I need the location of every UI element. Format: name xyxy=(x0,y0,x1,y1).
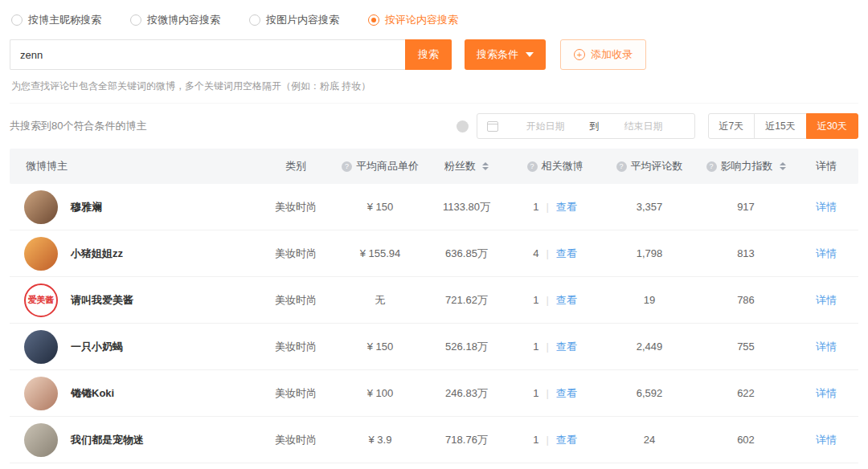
sort-icon[interactable] xyxy=(780,162,786,170)
related-count: 1 xyxy=(533,387,538,399)
quick-range-button[interactable]: 近30天 xyxy=(806,113,858,139)
radio-label: 按微博内容搜索 xyxy=(147,13,220,27)
view-link[interactable]: 查看 xyxy=(556,434,577,446)
fans-cell: 636.85万 xyxy=(424,247,509,261)
blogger-name: 一只小奶蝎 xyxy=(71,340,123,354)
column-header: ?影响力指数 xyxy=(698,159,794,173)
price-cell: ¥ 3.9 xyxy=(336,434,424,446)
quick-range-button[interactable]: 近15天 xyxy=(754,113,806,139)
start-date-placeholder[interactable]: 开始日期 xyxy=(505,120,587,133)
column-label: 类别 xyxy=(285,159,306,173)
info-icon: ? xyxy=(527,161,538,172)
detail-cell: 详情 xyxy=(794,340,858,354)
column-label: 粉丝数 xyxy=(444,159,476,173)
detail-cell: 详情 xyxy=(794,200,858,214)
info-icon: ? xyxy=(616,161,627,172)
table-row: 弟七七_美妆时尚¥ 950218.33万1|查看1,751579详情 xyxy=(10,463,858,469)
related-cell: 1|查看 xyxy=(509,293,601,308)
related-cell: 1|查看 xyxy=(509,200,601,214)
comments-cell: 19 xyxy=(601,294,698,306)
column-header: ?平均商品单价 xyxy=(336,159,424,173)
table-row: 穆雅斓美妆时尚¥ 1501133.80万1|查看3,357917详情 xyxy=(10,184,858,230)
sort-down-icon xyxy=(482,167,489,170)
column-header: 粉丝数 xyxy=(424,159,509,173)
radio-icon xyxy=(11,14,23,26)
search-mode-radio[interactable]: 按图片内容搜索 xyxy=(249,13,339,27)
search-mode-radio[interactable]: 按评论内容搜索 xyxy=(368,13,458,27)
fans-cell: 718.76万 xyxy=(424,433,509,447)
search-mode-group: 按博主昵称搜索按微博内容搜索按图片内容搜索按评论内容搜索 xyxy=(10,8,858,27)
detail-link[interactable]: 详情 xyxy=(816,341,837,353)
blogger-cell: 一只小奶蝎 xyxy=(10,330,256,364)
separator: | xyxy=(546,294,548,306)
table-row: 一只小奶蝎美妆时尚¥ 150526.18万1|查看2,449755详情 xyxy=(10,324,858,370)
search-button[interactable]: 搜索 xyxy=(405,39,452,70)
radio-icon xyxy=(249,14,260,26)
detail-link[interactable]: 详情 xyxy=(816,387,837,399)
avatar xyxy=(24,330,58,364)
results-bar: 共搜索到80个符合条件的博主 开始日期 到 结束日期 近7天近15天近30天 xyxy=(0,104,868,149)
category-cell: 美妆时尚 xyxy=(256,200,336,214)
detail-link[interactable]: 详情 xyxy=(816,201,837,213)
search-panel: 按博主昵称搜索按微博内容搜索按图片内容搜索按评论内容搜索 搜索 搜索条件 + 添… xyxy=(0,0,868,104)
avatar xyxy=(24,237,58,271)
detail-link[interactable]: 详情 xyxy=(816,247,837,259)
detail-link[interactable]: 详情 xyxy=(816,294,837,306)
column-label: 影响力指数 xyxy=(721,159,773,173)
price-cell: ¥ 100 xyxy=(336,387,424,399)
search-input[interactable] xyxy=(10,39,405,70)
blogger-name: 锩锩Koki xyxy=(71,386,114,401)
related-count: 1 xyxy=(533,434,538,446)
column-label: 详情 xyxy=(816,159,837,173)
search-mode-radio[interactable]: 按微博内容搜索 xyxy=(130,13,220,27)
fans-cell: 246.83万 xyxy=(424,386,509,401)
related-count: 1 xyxy=(533,341,538,353)
end-date-placeholder[interactable]: 结束日期 xyxy=(603,120,685,133)
column-label: 微博博主 xyxy=(26,159,68,173)
search-hint: 为您查找评论中包含全部关键词的微博，多个关键词用空格隔开（例如：粉底 持妆） xyxy=(10,80,858,104)
influence-cell: 813 xyxy=(698,247,794,259)
view-link[interactable]: 查看 xyxy=(556,341,577,353)
separator: | xyxy=(546,247,548,259)
detail-link[interactable]: 详情 xyxy=(816,434,837,446)
separator: | xyxy=(546,387,548,399)
comments-cell: 6,592 xyxy=(601,387,698,399)
view-link[interactable]: 查看 xyxy=(556,294,577,306)
quick-range-button[interactable]: 近7天 xyxy=(708,113,755,139)
date-range-picker[interactable]: 开始日期 到 结束日期 xyxy=(477,113,695,139)
add-collection-button[interactable]: + 添加收录 xyxy=(560,39,646,70)
influence-cell: 917 xyxy=(698,201,794,213)
avatar xyxy=(24,190,58,224)
related-count: 4 xyxy=(533,247,538,259)
avatar: 爱美酱 xyxy=(24,283,58,317)
column-label: 平均商品单价 xyxy=(356,159,419,173)
search-mode-radio[interactable]: 按博主昵称搜索 xyxy=(11,13,101,27)
separator: | xyxy=(546,201,548,213)
sort-icon[interactable] xyxy=(482,162,489,170)
related-count: 1 xyxy=(533,294,538,306)
influence-cell: 602 xyxy=(698,434,794,446)
view-link[interactable]: 查看 xyxy=(556,247,577,259)
category-cell: 美妆时尚 xyxy=(256,433,336,447)
influence-cell: 622 xyxy=(698,387,794,399)
results-count: 共搜索到80个符合条件的博主 xyxy=(10,119,146,133)
detail-cell: 详情 xyxy=(794,247,858,261)
search-row: 搜索 搜索条件 + 添加收录 xyxy=(10,39,858,70)
comments-cell: 24 xyxy=(601,434,698,446)
category-cell: 美妆时尚 xyxy=(256,247,336,261)
radio-label: 按评论内容搜索 xyxy=(385,13,458,27)
table-header: 微博博主类别?平均商品单价粉丝数?相关微博?平均评论数?影响力指数详情 xyxy=(10,149,858,184)
view-link[interactable]: 查看 xyxy=(556,387,577,399)
column-header: 详情 xyxy=(794,159,858,173)
view-link[interactable]: 查看 xyxy=(556,201,577,213)
related-cell: 1|查看 xyxy=(509,340,601,354)
blogger-name: 小猪姐姐zz xyxy=(71,247,123,261)
related-cell: 4|查看 xyxy=(509,247,601,261)
sort-up-icon xyxy=(482,162,489,165)
price-cell: ¥ 150 xyxy=(336,341,424,353)
related-count: 1 xyxy=(533,201,538,213)
search-conditions-button[interactable]: 搜索条件 xyxy=(465,39,546,70)
table-row: 小猪姐姐zz美妆时尚¥ 155.94636.85万4|查看1,798813详情 xyxy=(10,230,858,277)
calendar-icon xyxy=(487,121,498,132)
avatar xyxy=(24,423,58,457)
